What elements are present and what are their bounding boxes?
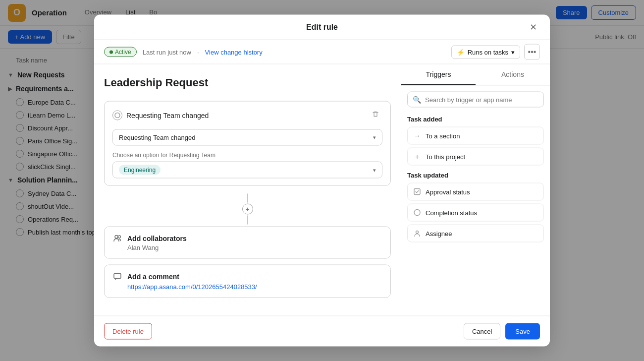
- trigger-completion-status[interactable]: Completion status: [407, 204, 544, 222]
- svg-rect-4: [414, 189, 420, 195]
- footer-right-actions: Cancel Save: [464, 323, 540, 340]
- person-icon: [413, 230, 422, 238]
- active-badge: Active: [104, 47, 137, 57]
- trigger-select-value: Requesting Team changed: [119, 134, 195, 141]
- panel-tabs: Triggers Actions: [401, 64, 550, 86]
- delete-trigger-button[interactable]: [369, 109, 382, 122]
- search-icon: 🔍: [413, 96, 421, 104]
- close-button[interactable]: ✕: [526, 20, 540, 34]
- arrow-icon: →: [413, 132, 422, 140]
- task-added-section-title: Task added: [407, 116, 544, 123]
- trigger-label: Completion status: [426, 209, 477, 216]
- chevron-down-icon: ▾: [373, 167, 376, 173]
- trash-icon: [372, 111, 379, 120]
- edit-rule-modal: Edit rule ✕ Active Last run just now · V…: [94, 15, 550, 347]
- action-card-header: Add collaborators: [112, 234, 382, 243]
- action-title: Add collaborators: [127, 235, 187, 242]
- engineering-tag: Engineering: [119, 165, 161, 175]
- trigger-select[interactable]: Requesting Team changed ▾: [112, 129, 382, 146]
- tag-select[interactable]: Engineering ▾: [112, 162, 382, 179]
- add-collaborators-card: Add collaborators Alan Wang: [104, 227, 391, 259]
- runs-on-label: Runs on tasks: [468, 48, 508, 56]
- tab-triggers[interactable]: Triggers: [401, 64, 476, 85]
- collaborator-name: Alan Wang: [112, 244, 382, 251]
- cancel-button[interactable]: Cancel: [464, 323, 500, 340]
- runs-on-button[interactable]: ⚡ Runs on tasks ▾: [451, 45, 520, 59]
- field-label: Choose an option for Requesting Team: [112, 152, 382, 159]
- approval-icon: [413, 188, 422, 196]
- action-card-header: Add a comment: [112, 272, 382, 281]
- trigger-card: Requesting Team changed Requesting Team …: [104, 101, 391, 186]
- modal-body: Leadership Request Requesting Team chang…: [94, 64, 550, 316]
- circle-check-icon: [114, 113, 120, 119]
- chevron-down-icon: ▾: [373, 134, 376, 141]
- trigger-label: To a section: [426, 132, 460, 139]
- status-right: ⚡ Runs on tasks ▾ •••: [451, 44, 540, 60]
- badge-label: Active: [115, 49, 131, 56]
- trigger-assignee[interactable]: Assignee: [407, 225, 544, 242]
- last-run-text: Last run just now: [143, 48, 191, 56]
- task-updated-section-title: Task updated: [407, 172, 544, 179]
- trigger-label: Approval status: [426, 188, 470, 195]
- trigger-to-a-section[interactable]: → To a section: [407, 127, 544, 145]
- comment-icon: [112, 272, 122, 281]
- modal-title: Edit rule: [306, 23, 338, 32]
- modal-right-panel: Triggers Actions 🔍 Task added → To a sec…: [401, 64, 550, 316]
- separator: ·: [197, 48, 199, 56]
- badge-dot: [109, 50, 113, 54]
- modal-header: Edit rule ✕: [94, 15, 550, 40]
- add-step-button[interactable]: +: [242, 204, 253, 215]
- trigger-card-title: Requesting Team changed: [112, 111, 209, 120]
- trigger-icon: [112, 111, 122, 120]
- status-left: Active Last run just now · View change h…: [104, 47, 263, 57]
- svg-point-0: [115, 113, 120, 118]
- add-comment-card: Add a comment https://app.asana.com/0/12…: [104, 265, 391, 298]
- trigger-approval-status[interactable]: Approval status: [407, 183, 544, 201]
- rule-name: Leadership Request: [104, 76, 391, 89]
- svg-point-6: [416, 231, 419, 234]
- modal-footer: Delete rule Cancel Save: [94, 316, 550, 347]
- search-input[interactable]: [425, 96, 538, 103]
- trigger-card-header: Requesting Team changed: [112, 109, 382, 122]
- trigger-title: Requesting Team changed: [126, 112, 209, 120]
- svg-point-2: [118, 236, 121, 238]
- people-icon: [112, 234, 122, 243]
- save-button[interactable]: Save: [505, 323, 540, 340]
- comment-link[interactable]: https://app.asana.com/0/1202655424028533…: [112, 283, 382, 291]
- chevron-down-icon: ▾: [511, 48, 515, 56]
- connector: +: [104, 194, 391, 225]
- trigger-label: To this project: [426, 153, 465, 160]
- connector-line: [247, 216, 248, 225]
- modal-left-panel: Leadership Request Requesting Team chang…: [94, 64, 401, 316]
- svg-point-5: [414, 210, 420, 216]
- circle-icon: [413, 209, 422, 217]
- view-history-link[interactable]: View change history: [205, 48, 263, 56]
- svg-point-1: [115, 236, 118, 239]
- modal-status-bar: Active Last run just now · View change h…: [94, 40, 550, 64]
- trigger-label: Assignee: [426, 230, 452, 237]
- ellipsis-icon: •••: [528, 48, 537, 57]
- lightning-icon: ⚡: [457, 48, 465, 56]
- more-options-button[interactable]: •••: [524, 44, 540, 60]
- close-icon: ✕: [530, 22, 537, 33]
- delete-rule-button[interactable]: Delete rule: [104, 323, 152, 340]
- svg-rect-3: [114, 274, 121, 279]
- action-title: Add a comment: [127, 273, 179, 281]
- trigger-to-this-project[interactable]: + To this project: [407, 148, 544, 166]
- connector-line: [247, 194, 248, 203]
- plus-icon: +: [413, 153, 422, 161]
- tab-actions[interactable]: Actions: [476, 64, 550, 85]
- panel-content: 🔍 Task added → To a section + To this pr…: [401, 86, 550, 251]
- search-box[interactable]: 🔍: [407, 92, 544, 108]
